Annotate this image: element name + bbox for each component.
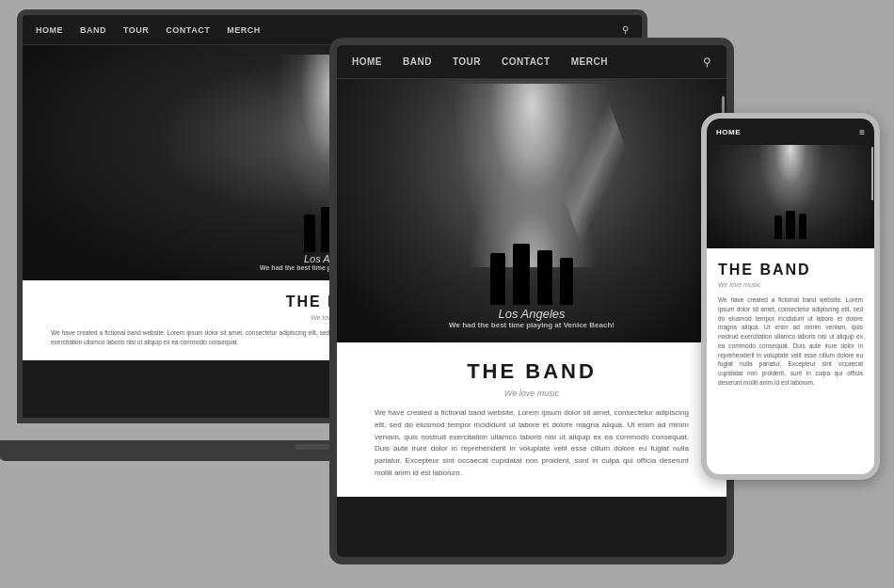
phone-hero bbox=[707, 145, 874, 248]
tablet-screen-body: HOME BAND TOUR CONTACT MERCH ⚲ bbox=[329, 38, 734, 564]
tablet-figure-3 bbox=[537, 250, 552, 305]
tablet-nav-contact[interactable]: CONTACT bbox=[502, 56, 551, 67]
phone-body-text: We have created a fictional band website… bbox=[718, 295, 863, 388]
scene: HOME BAND TOUR CONTACT MERCH ⚲ bbox=[0, 0, 894, 588]
phone-figure-3 bbox=[799, 214, 806, 239]
phone-figure-2 bbox=[786, 211, 795, 239]
tablet-figure-4 bbox=[560, 258, 573, 305]
phone-screen-body: HOME ≡ THE BAND We l bbox=[701, 113, 880, 480]
phone-figure-1 bbox=[774, 215, 782, 239]
laptop-nav-tour[interactable]: TOUR bbox=[123, 25, 149, 35]
phone-device: HOME ≡ THE BAND We l bbox=[701, 113, 880, 480]
tablet-body-text: We have created a fictional band website… bbox=[375, 407, 689, 480]
tablet-screen: HOME BAND TOUR CONTACT MERCH ⚲ bbox=[337, 45, 726, 557]
tablet-section-subtitle: We love music bbox=[375, 389, 689, 398]
phone-menu-icon[interactable]: ≡ bbox=[859, 127, 865, 137]
phone-content-section: THE BAND We love music We have created a… bbox=[707, 248, 874, 395]
tablet-section-title: THE BAND bbox=[375, 359, 689, 384]
tablet-band-figures bbox=[490, 244, 573, 305]
tablet-caption-title: Los Angeles bbox=[449, 307, 615, 321]
tablet-device: HOME BAND TOUR CONTACT MERCH ⚲ bbox=[329, 38, 734, 564]
tablet-navbar: HOME BAND TOUR CONTACT MERCH ⚲ bbox=[337, 45, 726, 79]
phone-screen: HOME ≡ THE BAND We l bbox=[707, 119, 874, 474]
tablet-nav-band[interactable]: BAND bbox=[403, 56, 432, 67]
tablet-nav-tour[interactable]: TOUR bbox=[453, 56, 481, 67]
laptop-search-icon[interactable]: ⚲ bbox=[622, 24, 629, 35]
tablet-figure-1 bbox=[490, 253, 505, 305]
tablet-content-section: THE BAND We love music We have created a… bbox=[337, 342, 726, 497]
laptop-nav-home[interactable]: HOME bbox=[36, 25, 63, 35]
laptop-nav-band[interactable]: BAND bbox=[80, 25, 106, 35]
phone-scrollbar[interactable] bbox=[871, 147, 873, 200]
phone-section-subtitle: We love music bbox=[718, 281, 863, 288]
tablet-figure-2 bbox=[513, 244, 530, 305]
tablet-hero: Los Angeles We had the best time playing… bbox=[337, 79, 726, 342]
tablet-caption-sub: We had the best time playing at Venice B… bbox=[449, 321, 615, 329]
tablet-hero-caption: Los Angeles We had the best time playing… bbox=[449, 307, 615, 329]
phone-navbar: HOME ≡ bbox=[707, 119, 874, 145]
laptop-figure-1 bbox=[304, 215, 315, 252]
phone-section-title: THE BAND bbox=[718, 262, 863, 278]
phone-band-figures bbox=[774, 211, 806, 239]
laptop-nav-contact[interactable]: CONTACT bbox=[166, 25, 210, 35]
phone-nav-home[interactable]: HOME bbox=[716, 128, 741, 136]
tablet-nav-merch[interactable]: MERCH bbox=[571, 56, 608, 67]
tablet-nav-home[interactable]: HOME bbox=[352, 56, 382, 67]
tablet-search-icon[interactable]: ⚲ bbox=[703, 56, 711, 69]
laptop-nav-merch[interactable]: MERCH bbox=[227, 25, 261, 35]
